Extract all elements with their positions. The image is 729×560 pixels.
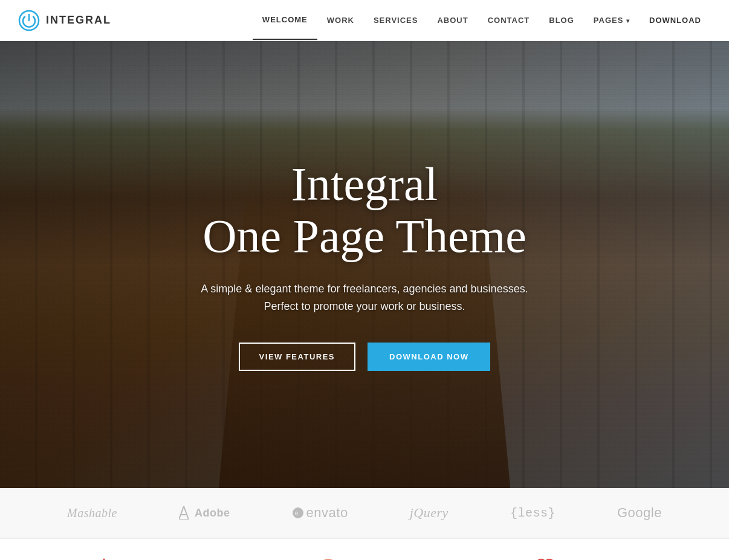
brand-google: Google: [617, 505, 662, 521]
nav-link-blog[interactable]: BLOG: [539, 1, 584, 39]
nav-link-work[interactable]: WORK: [317, 1, 364, 39]
hero-content: Integral One Page Theme A simple & elega…: [189, 158, 540, 370]
nav-item-blog[interactable]: BLOG: [539, 1, 584, 39]
nav-item-contact[interactable]: CONTACT: [478, 1, 540, 39]
brand-adobe: Adobe: [179, 506, 230, 520]
brand-mashable: Mashable: [67, 506, 117, 520]
nav-item-download[interactable]: DOWNLOAD: [640, 1, 711, 39]
nav-links: WELCOME WORK SERVICES ABOUT CONTACT BLOG…: [253, 1, 711, 40]
nav-item-services[interactable]: SERVICES: [364, 1, 428, 39]
brand-jquery: jQuery: [410, 505, 449, 521]
hero-title: Integral One Page Theme: [201, 158, 528, 262]
chevron-down-icon: ▾: [626, 18, 630, 24]
feature-loved: Loved By Many: [533, 556, 637, 560]
brands-strip: Mashable Adobe e envato jQuery {less} Go…: [0, 488, 729, 538]
feature-speed: Optimized For Speed: [316, 556, 446, 560]
hero-subtitle: A simple & elegant theme for freelancers…: [201, 280, 528, 315]
download-now-button[interactable]: DOWNLOAD NOW: [368, 343, 490, 371]
nav-item-welcome[interactable]: WELCOME: [253, 1, 317, 40]
brand-envato: e envato: [292, 505, 348, 521]
features-row: Launch Your Business Optimized For Speed…: [0, 538, 729, 560]
svg-text:e: e: [295, 510, 299, 517]
svg-marker-1: [179, 506, 189, 520]
nav-item-pages[interactable]: PAGES ▾: [584, 1, 640, 39]
nav-link-welcome[interactable]: WELCOME: [253, 1, 317, 40]
nav-link-contact[interactable]: CONTACT: [478, 1, 540, 39]
hero-section: Integral One Page Theme A simple & elega…: [0, 41, 729, 488]
database-icon: [316, 556, 340, 560]
heart-icon: [533, 556, 557, 560]
navbar: INTEGRAL WELCOME WORK SERVICES ABOUT CON…: [0, 0, 729, 41]
rocket-icon: [92, 556, 116, 560]
adobe-icon: [179, 506, 192, 520]
logo-text: INTEGRAL: [46, 14, 111, 27]
nav-link-download[interactable]: DOWNLOAD: [640, 1, 711, 39]
nav-item-about[interactable]: ABOUT: [427, 1, 478, 39]
envato-icon: e: [292, 507, 304, 519]
nav-link-services[interactable]: SERVICES: [364, 1, 428, 39]
feature-launch: Launch Your Business: [92, 556, 228, 560]
hero-buttons: VIEW FEATURES DOWNLOAD NOW: [201, 343, 528, 371]
brand-less: {less}: [510, 506, 556, 520]
logo-area[interactable]: INTEGRAL: [18, 10, 111, 31]
nav-link-pages[interactable]: PAGES ▾: [584, 1, 640, 39]
logo-icon: [18, 10, 40, 31]
nav-item-work[interactable]: WORK: [317, 1, 364, 39]
view-features-button[interactable]: VIEW FEATURES: [239, 343, 355, 371]
nav-link-about[interactable]: ABOUT: [427, 1, 478, 39]
